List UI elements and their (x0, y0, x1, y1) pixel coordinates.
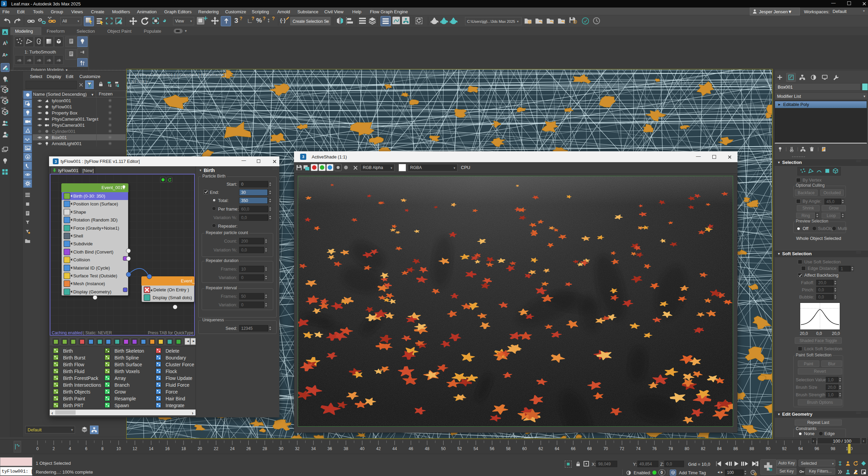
svg-text:20: 20 (198, 446, 202, 451)
svg-text:[ + ] [ PhysCamera001 ] [ Stan: [ + ] [ PhysCamera001 ] [ Standard ] [ W… (129, 72, 226, 77)
svg-text:54: 54 (474, 446, 478, 451)
svg-text:24: 24 (230, 446, 235, 451)
svg-text:56: 56 (490, 446, 495, 451)
svg-text:A: A (6, 79, 8, 82)
svg-text:50: 50 (441, 446, 446, 451)
svg-text:18: 18 (181, 446, 186, 451)
svg-text:48: 48 (425, 446, 430, 451)
svg-text:66: 66 (571, 446, 576, 451)
svg-text:80: 80 (685, 446, 689, 451)
svg-text:52: 52 (458, 446, 462, 451)
svg-text:28: 28 (263, 446, 267, 451)
svg-text:8: 8 (101, 446, 104, 451)
svg-text:62: 62 (539, 446, 543, 451)
svg-text:38: 38 (344, 446, 348, 451)
svg-text:[ tyFlow ]: [ tyFlow ] (129, 79, 146, 84)
svg-text:30: 30 (279, 446, 283, 451)
svg-text:74: 74 (636, 446, 641, 451)
svg-text:6: 6 (85, 446, 88, 451)
svg-text:22: 22 (214, 446, 219, 451)
svg-text:4: 4 (69, 446, 71, 451)
svg-text:A: A (3, 30, 7, 35)
svg-text:A: A (2, 52, 6, 58)
svg-text:26: 26 (246, 446, 251, 451)
svg-text:44: 44 (392, 446, 397, 451)
svg-text:64: 64 (555, 446, 559, 451)
svg-text:A: A (3, 41, 6, 46)
svg-text:46: 46 (409, 446, 414, 451)
svg-text:16: 16 (165, 446, 170, 451)
svg-text:10: 10 (117, 446, 121, 451)
svg-text:88: 88 (749, 446, 754, 451)
svg-text:76: 76 (652, 446, 657, 451)
svg-text:98: 98 (831, 446, 836, 451)
svg-text:60: 60 (522, 446, 527, 451)
svg-text:34: 34 (311, 446, 316, 451)
svg-text:42: 42 (376, 446, 381, 451)
svg-text:40: 40 (360, 446, 365, 451)
svg-text:86: 86 (733, 446, 738, 451)
svg-text:2: 2 (52, 446, 55, 451)
svg-text:36: 36 (327, 446, 332, 451)
svg-text:0: 0 (36, 446, 39, 451)
svg-text:14: 14 (149, 446, 154, 451)
svg-text:68: 68 (587, 446, 592, 451)
svg-text:58: 58 (506, 446, 511, 451)
svg-text:78: 78 (668, 446, 673, 451)
svg-text:12: 12 (133, 446, 137, 451)
svg-text:96: 96 (815, 446, 819, 451)
svg-text:32: 32 (295, 446, 300, 451)
svg-text:94: 94 (798, 446, 803, 451)
svg-text:92: 92 (782, 446, 787, 451)
svg-text:90: 90 (766, 446, 771, 451)
svg-text:82: 82 (701, 446, 706, 451)
svg-text:72: 72 (620, 446, 624, 451)
svg-text:70: 70 (603, 446, 608, 451)
svg-text:84: 84 (717, 446, 722, 451)
